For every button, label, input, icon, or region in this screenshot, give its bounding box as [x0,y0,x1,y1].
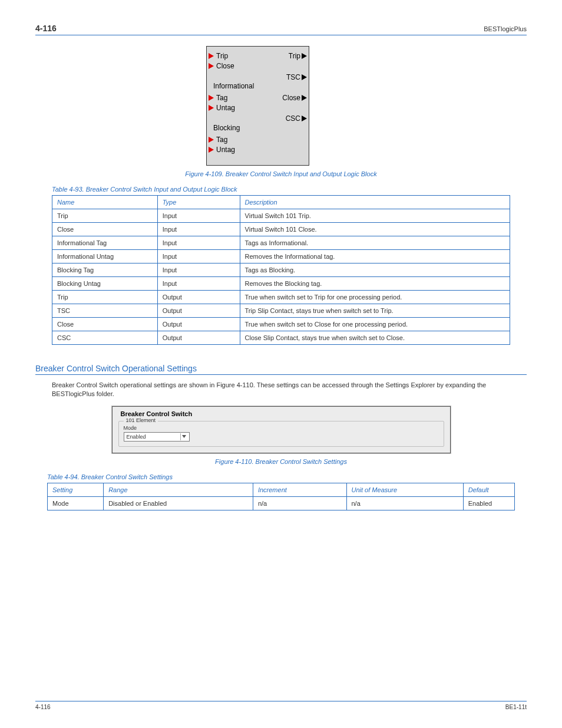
breaker-switch-diagram: Trip Trip Close TSC [206,46,309,166]
t1-cell: True when switch set to Trip for one pro… [240,291,510,304]
t1-cell: Output [157,304,240,318]
chapter-number: 4-116 [35,24,57,33]
t1-cell: CSC [52,331,158,345]
in-untag-block-label: Untag [216,146,235,154]
mode-label: Mode [124,425,439,431]
svg-marker-10 [182,435,186,438]
out-tsc-label: TSC [286,73,300,81]
page-header: 4-116 BESTlogicPlus [35,24,527,35]
table-caption-94: Table 4-94. Breaker Control Switch Setti… [47,473,527,480]
t1-head-desc: Description [240,196,510,209]
t1-cell: Blocking Untag [52,277,158,291]
t1-cell: Output [157,291,240,304]
t1-cell: True when switch set to Close for one pr… [240,318,510,331]
in-close-label: Close [216,62,234,70]
input-arrow-icon [209,63,214,69]
table-row: Informational UntagInputRemoves the Info… [52,250,510,263]
table-row: CSCOutputClose Slip Contact, stays true … [52,331,510,345]
operational-settings-text: Breaker Control Switch operational setti… [52,381,510,399]
svg-marker-9 [209,147,214,153]
t1-cell: Informational Tag [52,236,158,250]
t1-cell: Input [157,209,240,223]
figure-caption-109: Figure 4-109. Breaker Control Switch Inp… [35,170,527,177]
settings-screenshot: Breaker Control Switch 101 Element Mode … [112,406,451,453]
t1-cell: Removes the Informational tag. [240,250,510,263]
svg-marker-1 [302,53,307,59]
svg-marker-0 [209,53,214,59]
table-row: Blocking UntagInputRemoves the Blocking … [52,277,510,291]
svg-marker-6 [209,105,214,111]
figure-caption-110: Figure 4-110. Breaker Control Switch Set… [35,458,527,465]
t1-cell: Tags as Informational. [240,236,510,250]
table-row: TripOutputTrue when switch set to Trip f… [52,291,510,304]
table-caption-93: Table 4-93. Breaker Control Switch Input… [52,186,527,193]
t1-cell: Close [52,318,158,331]
t1-cell: Removes the Blocking tag. [240,277,510,291]
t1-head-type: Type [157,196,240,209]
mode-select-value: Enabled [127,434,146,440]
table-row: Blocking TagInputTags as Blocking. [52,263,510,277]
section-blocking: Blocking [213,124,240,132]
input-arrow-icon [209,147,214,153]
diagram-container: Trip Trip Close TSC [206,46,527,166]
in-tag-block-label: Tag [216,136,227,144]
t2-cell: n/a [253,496,346,510]
in-trip-label: Trip [216,52,228,60]
input-arrow-icon [209,137,214,143]
mode-select[interactable]: Enabled [124,432,190,442]
chapter-title: BESTlogicPlus [484,25,527,32]
footer-page: 4-116 [35,704,51,710]
table-row: TSCOutputTrip Slip Contact, stays true w… [52,304,510,318]
settings-table: Setting Range Increment Unit of Measure … [47,483,515,510]
table-row: Mode Disabled or Enabled n/a n/a Enabled [48,496,515,510]
t2-cell: n/a [346,496,463,510]
t2-head-1: Range [104,483,253,496]
t1-cell: Virtual Switch 101 Close. [240,223,510,236]
t2-head-4: Default [463,483,514,496]
svg-marker-3 [302,74,307,80]
t1-cell: Close Slip Contact, stays true when swit… [240,331,510,345]
footer-doc: BE1-11t [505,704,527,710]
input-arrow-icon [209,95,214,101]
table-row: CloseInputVirtual Switch 101 Close. [52,223,510,236]
chevron-down-icon [180,433,188,440]
operational-settings-heading: Breaker Control Switch Operational Setti… [35,364,527,375]
svg-marker-8 [209,137,214,143]
t2-cell: Mode [48,496,104,510]
in-untag-info-label: Untag [216,104,235,112]
table-row: Informational TagInputTags as Informatio… [52,236,510,250]
t1-cell: Input [157,277,240,291]
io-table: Name Type Description TripInputVirtual S… [52,195,510,345]
t1-cell: TSC [52,304,158,318]
t1-cell: Input [157,263,240,277]
output-arrow-icon [302,74,307,80]
t2-cell: Disabled or Enabled [104,496,253,510]
table-row: CloseOutputTrue when switch set to Close… [52,318,510,331]
panel-title: Breaker Control Switch [118,410,444,417]
t1-cell: Input [157,223,240,236]
out-close-label: Close [282,94,300,102]
t2-cell: Enabled [463,496,514,510]
t1-cell: Trip Slip Contact, stays true when switc… [240,304,510,318]
t1-cell: Informational Untag [52,250,158,263]
input-arrow-icon [209,53,214,59]
t2-head-0: Setting [48,483,104,496]
t1-cell: Output [157,318,240,331]
t1-cell: Blocking Tag [52,263,158,277]
t1-cell: Virtual Switch 101 Trip. [240,209,510,223]
t1-cell: Trip [52,209,158,223]
t1-head-name: Name [52,196,158,209]
t1-cell: Input [157,236,240,250]
table-row: TripInputVirtual Switch 101 Trip. [52,209,510,223]
svg-marker-4 [209,95,214,101]
svg-marker-2 [209,63,214,69]
out-csc-label: CSC [286,114,300,123]
t1-cell: Close [52,223,158,236]
output-arrow-icon [302,95,307,101]
element-fieldset: 101 Element Mode Enabled [118,421,444,447]
output-arrow-icon [302,116,307,121]
fieldset-legend: 101 Element [124,417,158,423]
t1-cell: Input [157,250,240,263]
t2-head-2: Increment [253,483,346,496]
in-tag-info-label: Tag [216,94,227,102]
